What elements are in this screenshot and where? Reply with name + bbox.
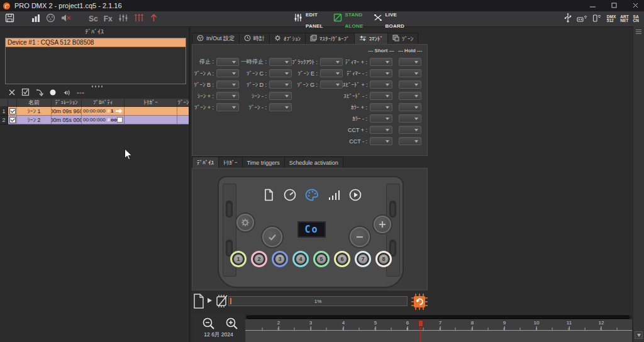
vertical-scrollbar[interactable] (633, 26, 644, 342)
splitter-handle[interactable] (92, 86, 103, 87)
upload-arrow-icon[interactable] (150, 13, 158, 25)
device-preset-button-5[interactable]: 5 (313, 251, 330, 267)
scene-row[interactable]: 2 ｼｰﾝ 2 00m 05s 000 00:00:000 # oo (0, 116, 190, 124)
palette-icon (304, 187, 320, 205)
cct-plus-short-dropdown[interactable] (370, 126, 392, 134)
tab-clock[interactable]: 時計 (240, 33, 270, 45)
timeline-scrollbar-handle[interactable] (247, 316, 630, 319)
tab-inout[interactable]: In/Out 設定 (192, 33, 240, 45)
timeline-track-area[interactable] (245, 331, 632, 342)
faders-icon[interactable] (118, 13, 128, 25)
cct-minus-short-dropdown[interactable] (370, 137, 392, 145)
command-dropdown-zone-g[interactable] (320, 80, 343, 89)
checkbox-icon[interactable] (21, 87, 30, 99)
command-dropdown-scene-plus[interactable] (216, 92, 239, 100)
scene-row[interactable]: 1 ｼｰﾝ 1 00m 09s 960 00:00:000 # 1 (0, 107, 190, 116)
device-plus-button[interactable] (374, 216, 391, 233)
device-minus-button[interactable] (350, 227, 370, 247)
color-plus-short-dropdown[interactable] (370, 103, 392, 111)
command-dropdown-blackout[interactable] (320, 58, 343, 66)
dimmer-plus-short-dropdown[interactable] (370, 58, 392, 66)
memory-progress-label: 1% (229, 297, 407, 306)
command-dropdown-zone-d[interactable] (269, 80, 292, 89)
tab-commands[interactable]: ｺﾏﾝﾄﾞ (355, 33, 389, 45)
live-faders-icon[interactable] (134, 13, 144, 25)
device-preset-button-6[interactable]: 6 (334, 251, 350, 267)
command-dropdown-zone-minus[interactable] (269, 103, 292, 111)
panel-divider[interactable] (189, 26, 191, 342)
command-dropdown-zone-a[interactable] (216, 69, 239, 77)
minimize-button[interactable] (590, 3, 596, 9)
timeline-ruler[interactable]: 2 3 4 5 6 7 8 9 10 11 12 (245, 314, 632, 342)
color-plus-hold-dropdown[interactable] (399, 103, 421, 111)
bar-chart-icon[interactable] (31, 13, 40, 25)
command-dropdown-zone-b[interactable] (216, 80, 239, 89)
speed-minus-short-dropdown[interactable] (370, 92, 392, 100)
patch-icon[interactable] (76, 87, 85, 99)
close-button[interactable] (633, 3, 639, 9)
device-ok-button[interactable] (262, 227, 282, 247)
dimmer-minus-hold-dropdown[interactable] (399, 69, 421, 77)
trigger-cell[interactable] (125, 107, 177, 116)
scenes-sc-icon[interactable]: Sc (89, 14, 98, 23)
tab-device[interactable]: ﾃﾞﾊﾞｲｽ (192, 157, 219, 168)
command-dropdown-zone-e[interactable] (320, 69, 343, 77)
live-board-button[interactable]: LIVEBOARD (373, 8, 404, 30)
speed-plus-short-dropdown[interactable] (370, 80, 392, 89)
chip-sync-icon[interactable] (409, 292, 430, 314)
scroll-down-button[interactable] (635, 331, 643, 339)
chip-write-icon[interactable] (214, 294, 230, 311)
dmx-connector-icon[interactable] (46, 13, 55, 25)
tab-options[interactable]: ｵﾌﾟｼｮﾝ (270, 33, 306, 45)
effects-fx-icon[interactable]: Fx (104, 14, 113, 23)
command-dropdown-zone-c[interactable] (269, 69, 292, 77)
trigger-cell[interactable] (125, 116, 177, 124)
zone-cell[interactable] (177, 107, 190, 116)
tab-schedule-activation[interactable]: Schedule activation (285, 157, 343, 168)
command-dropdown-stop[interactable] (216, 58, 239, 66)
device-preset-button-3[interactable]: 3 (272, 251, 288, 267)
device-mode-icons (219, 187, 405, 205)
command-dropdown-scene-minus[interactable] (269, 92, 292, 100)
cct-minus-hold-dropdown[interactable] (399, 137, 421, 145)
jump-arrow-icon[interactable] (35, 87, 43, 99)
record-dot-icon[interactable] (49, 87, 57, 99)
zone-cell[interactable] (177, 116, 190, 124)
tab-master-group[interactable]: ﾏｽﾀｰ/ｸﾞﾙｰﾌﾟ (306, 33, 355, 45)
cct-plus-hold-dropdown[interactable] (399, 126, 421, 134)
timeline-ruler-strip[interactable]: 2 3 4 5 6 7 8 9 10 11 12 (245, 319, 632, 331)
device-preset-button-2[interactable]: 2 (251, 251, 267, 267)
device-preset-button-1[interactable]: 1 (230, 251, 247, 267)
scene-enabled-checkbox[interactable] (9, 117, 16, 123)
edit-panel-button[interactable]: EDITPANEL (293, 8, 323, 30)
scene-enabled-checkbox[interactable] (9, 108, 16, 114)
tab-triggers[interactable]: ﾄﾘｶﾞｰ (219, 157, 243, 168)
speed-minus-hold-dropdown[interactable] (399, 92, 421, 100)
timeline-scrollbar[interactable] (245, 315, 632, 319)
speed-plus-hold-dropdown[interactable] (399, 80, 421, 89)
device-preset-button-4[interactable]: 4 (292, 251, 309, 267)
tab-zones[interactable]: ｿﾞｰﾝ (388, 33, 418, 45)
tab-time-triggers[interactable]: Time triggers (243, 157, 285, 168)
devices-panel-title: ﾃﾞﾊﾞｲｽ (0, 28, 189, 35)
device-list[interactable]: Device #1 : CQSA 512 B08508 (5, 38, 186, 84)
audio-icon[interactable] (62, 87, 70, 99)
interface-signal-icon (577, 13, 588, 25)
delete-icon[interactable] (8, 87, 16, 99)
color-minus-short-dropdown[interactable] (370, 114, 392, 123)
loop-count-icon: # (108, 108, 110, 114)
command-dropdown-pause[interactable] (269, 58, 292, 66)
save-icon[interactable] (5, 13, 14, 25)
color-minus-hold-dropdown[interactable] (399, 114, 421, 123)
dimmer-plus-hold-dropdown[interactable] (399, 58, 421, 66)
dimmer-minus-short-dropdown[interactable] (370, 69, 392, 77)
device-preset-button-7[interactable]: 7 (355, 251, 371, 267)
maximize-button[interactable] (611, 3, 618, 9)
device-list-item[interactable]: Device #1 : CQSA 512 B08508 (6, 38, 186, 47)
audio-muted-icon[interactable] (61, 13, 71, 25)
device-settings-button[interactable] (236, 214, 254, 231)
stand-alone-button[interactable]: STANDALONE (333, 8, 364, 30)
command-dropdown-zone-plus[interactable] (216, 103, 239, 111)
playhead-marker[interactable] (418, 320, 423, 327)
device-preset-button-8[interactable]: 8 (375, 251, 392, 267)
